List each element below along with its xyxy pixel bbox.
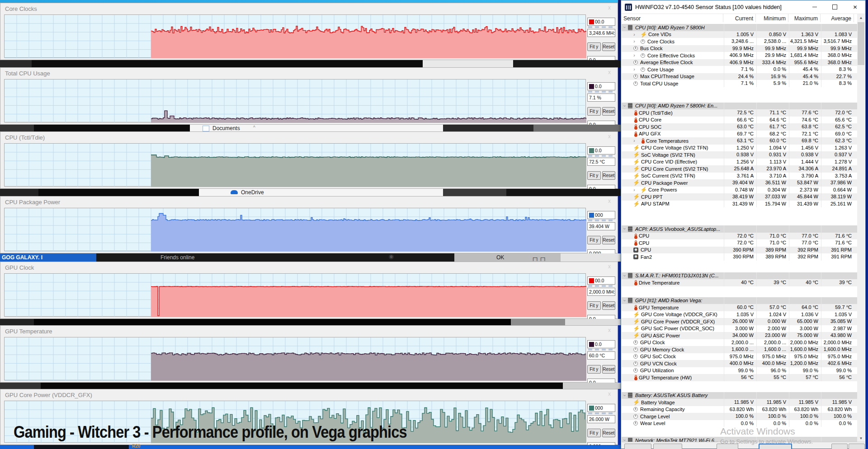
minimize-button[interactable] — [804, 0, 825, 14]
scroll-down-icon[interactable]: ▼ — [857, 435, 865, 442]
toolbar-button-stub[interactable] — [717, 444, 738, 449]
chevron-right-icon[interactable]: › — [632, 187, 637, 192]
chevron-down-icon[interactable]: › — [622, 226, 627, 232]
sensor-row[interactable]: ⚡GPU Core Voltage (VDDCR_GFX)1.035 V1.02… — [622, 311, 857, 318]
panel-close-icon[interactable]: x — [606, 327, 613, 333]
sensor-row[interactable]: Remaining Capacity63.820 Wh63.820 Wh63.8… — [622, 406, 857, 413]
sensor-row[interactable]: ⚡CPU Package Power39.404 W36.511 W53.847… — [622, 179, 857, 187]
close-button[interactable]: ✕ — [845, 0, 865, 14]
reset-button[interactable]: Reset — [602, 429, 616, 437]
sensor-row[interactable]: Average Effective Clock406.9 MHz333.4 MH… — [622, 59, 857, 66]
onedrive-label[interactable]: OneDrive — [241, 189, 264, 196]
friends-online-label[interactable]: Friends online — [160, 254, 194, 261]
sensor-group-header[interactable]: ›CPU [#0]: AMD Ryzen 7 5800H: En... — [622, 103, 857, 110]
toolbar-button-stub[interactable] — [653, 444, 682, 449]
reset-button[interactable]: Reset — [602, 42, 616, 51]
panel-close-icon[interactable]: x — [606, 133, 613, 140]
column-header-minimum[interactable]: Minimum — [756, 14, 788, 23]
sensor-row[interactable]: ⚡APU STAPM31.439 W15.794 W31.439 W25.161… — [622, 201, 857, 208]
sensor-row[interactable]: GPU Utilization99.0 %96.0 %99.0 %99.0 % — [622, 367, 857, 374]
sensor-row[interactable]: CPU72.0 °C71.0 °C77.0 °C71.6 °C — [622, 233, 857, 240]
y-max-input[interactable]: 0.0 — [587, 146, 615, 154]
sensor-row[interactable]: ⚡Battery Voltage11.985 V11.985 V11.985 V… — [622, 399, 857, 406]
documents-collapse-chevron[interactable]: ^ — [253, 125, 255, 130]
sensor-row[interactable]: Wear Level0.0 %0.0 %0.0 %0.0 % — [622, 420, 857, 427]
reset-button[interactable]: Reset — [602, 107, 616, 116]
sensor-group-header[interactable]: ›ACPI: ASUS Vivobook_ASUSLaptop... — [622, 225, 857, 233]
sensor-row[interactable]: GPU SoC Clock975.0 MHz975.0 MHz975.0 MHz… — [622, 353, 857, 360]
sensor-row[interactable]: GPU VCN Clock400.0 MHz400.0 MHz1,200.0 M… — [622, 360, 857, 367]
sensor-row[interactable]: ⚡CPU Core VID (Effective)1.256 V1.113 V1… — [622, 159, 857, 166]
column-header-average[interactable]: Average — [821, 14, 854, 23]
panel-close-icon[interactable]: x — [606, 263, 613, 270]
sensor-row[interactable]: GPU Temperature60.0 °C57.0 °C64.0 °C59.7… — [622, 304, 857, 311]
chevron-down-icon[interactable]: › — [622, 103, 627, 108]
chevron-right-icon[interactable]: › — [632, 67, 637, 72]
sensor-row[interactable]: ›Core Clocks3,248.6 ...2,538.0 ...4,321.… — [622, 38, 857, 45]
fit-y-button[interactable]: Fit y — [587, 171, 601, 180]
y-max-input[interactable]: 00.0 — [587, 18, 615, 26]
fit-y-button[interactable]: Fit y — [587, 107, 601, 116]
sensor-row[interactable]: ⚡CPU Core Current (SVI2 TFN)25.648 A23.9… — [622, 165, 857, 173]
sensor-row[interactable]: CPU72.0 °C71.0 °C77.0 °C71.6 °C — [622, 239, 857, 247]
sensor-row[interactable]: APU GFX69.7 °C68.2 °C72.1 °C69.0 °C — [622, 131, 857, 138]
sensor-row[interactable]: Charge Level100.0 %100.0 %100.0 %100.0 % — [622, 413, 857, 420]
sensor-row[interactable]: ›Core Temperatures63.1 °C60.0 °C69.8 °C6… — [622, 137, 857, 145]
sensor-group-header[interactable]: ›GPU [#1]: AMD Radeon Vega: — [622, 297, 857, 304]
reset-button[interactable]: Reset — [602, 365, 616, 374]
panel-close-icon[interactable]: x — [606, 198, 613, 204]
chevron-right-icon[interactable]: › — [632, 53, 637, 58]
reset-button[interactable]: Reset — [602, 171, 616, 180]
sensor-row[interactable]: CPU Core66.6 °C64.6 °C74.6 °C65.6 °C — [622, 117, 857, 124]
y-max-input[interactable]: 0.0 — [587, 82, 615, 90]
toolbar-button-stub[interactable] — [831, 444, 848, 449]
sensor-row[interactable]: ⚡SoC Current (SVI2 TFN)3.761 A3.710 A3.7… — [622, 173, 857, 180]
chevron-down-icon[interactable]: › — [622, 25, 627, 30]
sensor-row[interactable]: Total CPU Usage7.1 %5.9 %21.0 %8.3 % — [622, 80, 857, 87]
sensor-row[interactable]: ⚡CPU Core Voltage (SVI2 TFN)1.250 V1.094… — [622, 145, 857, 152]
maximize-button[interactable] — [825, 0, 845, 14]
taskbar[interactable]: R20 — [0, 445, 621, 449]
sensor-row[interactable]: GPU Memory Clock1,600.0 ...1,600.0 ...1,… — [622, 346, 857, 353]
scrollbar-thumb[interactable] — [858, 22, 864, 65]
sensor-group-header[interactable]: ›S.M.A.R.T.: HFM001TD3JX013N (C... — [622, 272, 857, 280]
y-max-input[interactable]: 0.0 — [587, 340, 615, 348]
y-max-input[interactable]: 00.0 — [587, 276, 615, 285]
sensor-row[interactable]: Drive Temperature40 °C39 °C40 °C39 °C — [622, 279, 857, 286]
sensor-row[interactable]: ›Core Effective Clocks406.9 MHz29.9 MHz1… — [622, 52, 857, 59]
sensor-group-header[interactable]: ›Battery: ASUSTeK ASUS Battery — [622, 392, 857, 399]
fit-y-button[interactable]: Fit y — [587, 429, 601, 437]
chevron-right-icon[interactable]: › — [632, 32, 637, 37]
column-header-sensor[interactable]: Sensor — [621, 14, 723, 23]
reset-button[interactable]: Reset — [602, 301, 616, 310]
fit-y-button[interactable]: Fit y — [587, 42, 601, 51]
sensor-row[interactable]: ›Core Usage7.1 %0.0 %45.4 %8.3 % — [622, 66, 857, 73]
fit-y-button[interactable]: Fit y — [587, 365, 601, 374]
chevron-right-icon[interactable]: › — [632, 39, 637, 44]
chevron-down-icon[interactable]: › — [622, 298, 627, 303]
sensor-group-header[interactable]: ›CPU [#0]: AMD Ryzen 7 5800H — [622, 24, 857, 31]
sensor-row[interactable]: ›⚡Core Powers0.748 W0.304 W2.373 W0.664 … — [622, 187, 857, 194]
sensor-row[interactable]: ✹CPU390 RPM389 RPM392 RPM391 RPM — [622, 247, 857, 254]
sensor-row[interactable]: ✹Fan2390 RPM389 RPM392 RPM391 RPM — [622, 253, 857, 261]
sensor-row[interactable]: ⚡GPU Core Power (VDDCR_GFX)26.000 W0.000… — [622, 318, 857, 325]
sensor-row[interactable]: CPU (Tctl/Tdie)72.5 °C71.1 °C77.6 °C72.0… — [622, 109, 857, 117]
toolbar-button-stub[interactable] — [849, 444, 865, 449]
reset-button[interactable]: Reset — [602, 236, 616, 244]
sensor-row[interactable]: ⚡GPU SoC Power (VDDCR_SOC)3.000 W2.000 W… — [622, 325, 857, 332]
column-header-maximum[interactable]: Maximum — [788, 14, 821, 23]
sensor-row[interactable]: ⚡GPU ASIC Power34.000 W23.000 W75.000 W4… — [622, 332, 857, 339]
sensor-row[interactable]: ›⚡Core VIDs1.005 V0.850 V1.363 V1.083 V — [622, 31, 857, 38]
sensor-row[interactable]: Max CPU/Thread Usage24.4 %16.9 %45.4 %22… — [622, 73, 857, 80]
panel-close-icon[interactable]: x — [606, 69, 613, 75]
chevron-right-icon[interactable]: › — [632, 138, 637, 143]
sensor-row[interactable]: ⚡SoC Voltage (SVI2 TFN)0.938 V0.931 V0.9… — [622, 151, 857, 159]
toolbar-button-stub-focused[interactable] — [759, 444, 792, 449]
sensor-row[interactable]: ⚡CPU PPT38.419 W37.033 W45.844 W38.119 W — [622, 193, 857, 201]
documents-label[interactable]: Documents — [212, 125, 240, 131]
toolbar-button-stub[interactable] — [624, 444, 651, 449]
sensor-row[interactable]: GPU Temperature (HW)56 °C55 °C57 °C56 °C — [622, 374, 857, 381]
panel-close-icon[interactable]: x — [606, 5, 613, 11]
panel-close-icon[interactable]: x — [606, 391, 613, 397]
hwinfo-titlebar[interactable]: HWiNFO32 v7.10-4540 Sensor Status [100 v… — [621, 0, 865, 14]
